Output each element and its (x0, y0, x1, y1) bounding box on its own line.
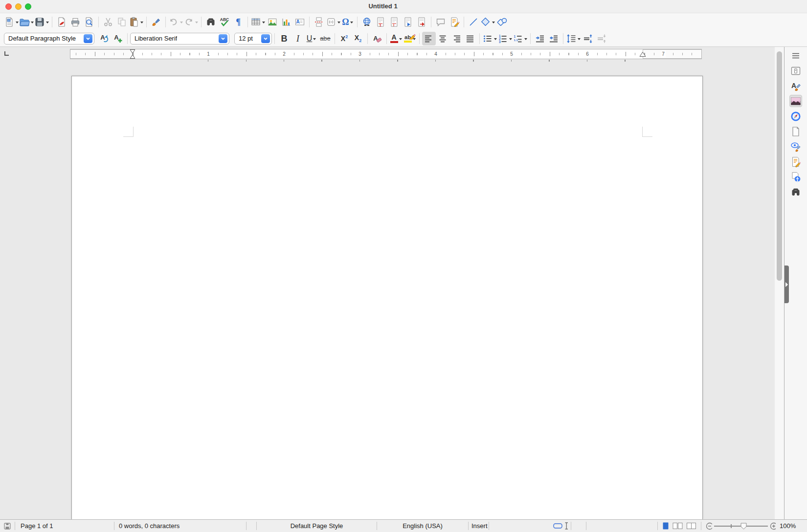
font-name-combobox[interactable]: Liberation Serif (130, 33, 229, 44)
insert-comment-button[interactable] (434, 15, 448, 29)
print-preview-button[interactable] (82, 15, 96, 29)
align-right-button[interactable] (449, 32, 463, 45)
save-dropdown-icon[interactable] (46, 22, 49, 25)
insert-page-break-button[interactable] (312, 15, 326, 29)
multi-page-view-icon[interactable] (672, 522, 683, 530)
insert-cross-reference-button[interactable] (415, 15, 428, 29)
insert-image-button[interactable] (266, 15, 279, 29)
insert-hyperlink-button[interactable] (360, 15, 374, 29)
paragraph-style-dropdown-icon[interactable] (84, 34, 92, 43)
sidebar-tab-style-inspector[interactable] (789, 140, 802, 153)
insert-bookmark-button[interactable] (401, 15, 415, 29)
page-style-status[interactable]: Default Page Style (257, 520, 377, 532)
special-character-dropdown-icon[interactable] (350, 22, 353, 25)
show-draw-functions-button[interactable] (495, 15, 509, 29)
decrease-indent-button[interactable] (547, 32, 560, 45)
font-size-combobox[interactable]: 12 pt (234, 33, 272, 44)
bold-button[interactable]: B (277, 32, 291, 45)
selection-mode-status[interactable] (489, 520, 571, 532)
new-document-button[interactable] (4, 15, 19, 29)
basic-shapes-dropdown-icon[interactable] (492, 22, 495, 25)
increase-paragraph-spacing-button[interactable] (581, 32, 595, 45)
ordered-list-dropdown-icon[interactable] (509, 38, 512, 42)
sidebar-tab-properties[interactable] (789, 65, 802, 77)
insert-mode-status[interactable]: Insert (469, 520, 489, 532)
paragraph-style-combobox[interactable]: Default Paragraph Style (4, 33, 94, 44)
sidebar-tab-find[interactable] (789, 186, 802, 198)
insert-footnote-button[interactable]: 1 (374, 15, 387, 29)
insert-endnote-button[interactable]: i (387, 15, 401, 29)
redo-button[interactable] (183, 15, 199, 29)
undo-button[interactable] (168, 15, 183, 29)
italic-button[interactable]: I (291, 32, 305, 45)
highlight-color-button[interactable]: ab (403, 32, 417, 45)
right-indent-marker[interactable] (640, 50, 646, 59)
zoom-window-button[interactable] (25, 3, 31, 10)
insert-line-button[interactable] (467, 15, 480, 29)
zoom-out-icon[interactable] (706, 522, 712, 530)
superscript-button[interactable]: X2 (337, 32, 351, 45)
outline-list-button[interactable]: 11.1 (513, 32, 528, 45)
open-button[interactable] (19, 15, 34, 29)
outline-list-dropdown-icon[interactable] (524, 38, 527, 42)
open-dropdown-icon[interactable] (31, 22, 34, 25)
word-count-status[interactable]: 0 words, 0 characters (114, 520, 246, 532)
underline-button[interactable]: U (305, 32, 318, 45)
new-document-dropdown-icon[interactable] (16, 22, 19, 25)
insert-special-character-button[interactable]: Ω (341, 15, 355, 29)
zoom-slider[interactable] (714, 523, 768, 530)
horizontal-ruler[interactable]: 1 2 3 4 5 6 7 (70, 49, 702, 59)
sidebar-tab-accessibility-check[interactable] (789, 171, 802, 183)
vertical-scrollbar[interactable] (775, 47, 784, 519)
align-center-button[interactable] (436, 32, 449, 45)
left-indent-marker[interactable] (130, 49, 135, 61)
underline-dropdown-icon[interactable] (313, 38, 316, 42)
export-pdf-button[interactable] (55, 15, 68, 29)
redo-dropdown-icon[interactable] (195, 22, 198, 25)
new-style-button[interactable]: A (111, 32, 125, 45)
zoom-slider-handle[interactable] (740, 523, 747, 530)
ordered-list-button[interactable]: 123 (497, 32, 513, 45)
sidebar-tab-gallery[interactable] (789, 95, 802, 107)
decrease-paragraph-spacing-button[interactable] (595, 32, 608, 45)
vertical-scrollbar-thumb[interactable] (777, 51, 782, 281)
track-changes-button[interactable] (448, 15, 461, 29)
sidebar-settings-button[interactable] (789, 49, 802, 62)
copy-button[interactable] (115, 15, 129, 29)
sidebar-hide-handle[interactable] (785, 266, 789, 303)
formatting-marks-button[interactable]: ¶ (231, 15, 245, 29)
book-view-icon[interactable] (686, 522, 696, 530)
subscript-button[interactable]: X2 (351, 32, 365, 45)
insert-text-box-button[interactable]: A (293, 15, 307, 29)
insert-chart-button[interactable] (279, 15, 293, 29)
update-style-button[interactable]: A (97, 32, 111, 45)
language-status[interactable]: English (USA) (377, 520, 468, 532)
font-color-button[interactable]: A (389, 32, 403, 45)
single-page-view-icon[interactable] (662, 522, 669, 530)
justified-button[interactable] (463, 32, 477, 45)
strikethrough-button[interactable]: abe (318, 32, 332, 45)
insert-field-dropdown-icon[interactable] (337, 22, 340, 25)
line-spacing-button[interactable] (566, 32, 581, 45)
undo-dropdown-icon[interactable] (180, 22, 183, 25)
close-window-button[interactable] (5, 3, 12, 10)
print-button[interactable] (68, 15, 82, 29)
sidebar-tab-navigator[interactable] (789, 110, 802, 122)
insert-field-button[interactable] (326, 15, 341, 29)
paste-dropdown-icon[interactable] (140, 22, 143, 25)
spelling-button[interactable]: ABC (218, 15, 231, 29)
font-name-dropdown-icon[interactable] (219, 34, 227, 43)
sidebar-tab-styles[interactable]: A (789, 80, 802, 92)
clone-formatting-button[interactable] (149, 15, 163, 29)
font-size-dropdown-icon[interactable] (261, 34, 270, 43)
save-button[interactable] (34, 15, 49, 29)
page-count-status[interactable]: Page 1 of 1 (15, 520, 114, 532)
paste-button[interactable] (129, 15, 144, 29)
sidebar-tab-page[interactable] (789, 125, 802, 137)
zoom-in-icon[interactable] (770, 522, 776, 530)
zoom-percentage[interactable]: 100% (776, 520, 796, 532)
unordered-list-button[interactable] (482, 32, 497, 45)
font-color-dropdown-icon[interactable] (399, 38, 402, 42)
minimize-window-button[interactable] (15, 3, 22, 10)
clear-formatting-button[interactable]: A (370, 32, 384, 45)
